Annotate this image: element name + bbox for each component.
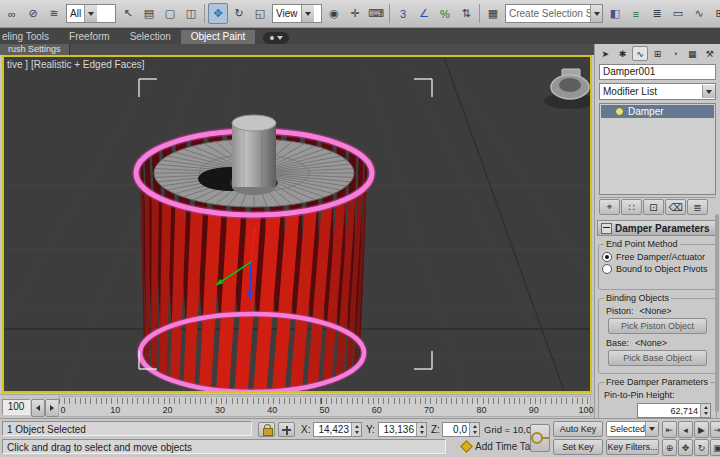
unlink-selection-icon[interactable]: ⊘ bbox=[23, 3, 43, 24]
select-and-move-icon[interactable]: ✥ bbox=[208, 3, 228, 24]
ribbon-tab-selection[interactable]: Selection bbox=[120, 30, 181, 44]
modifier-stack-item[interactable]: Damper bbox=[601, 105, 714, 118]
brush-settings-panel-tab[interactable]: rush Settings bbox=[0, 44, 70, 55]
panel-pointer-icon[interactable]: ➤ bbox=[597, 46, 613, 61]
make-unique-icon[interactable]: ⊡ bbox=[643, 199, 664, 215]
selection-filter-dropdown[interactable]: All bbox=[66, 4, 116, 23]
pin-to-pin-height-field[interactable]: 62,714 bbox=[637, 403, 711, 418]
angle-snap-icon[interactable]: ∠ bbox=[414, 3, 434, 24]
damper-object[interactable] bbox=[136, 115, 372, 391]
select-and-manipulate-icon[interactable]: ✛ bbox=[345, 3, 365, 24]
mirror-icon[interactable]: ◧ bbox=[605, 3, 625, 24]
timeline-ruler[interactable]: 0102030405060708090100 bbox=[58, 396, 591, 417]
curve-editor-icon[interactable]: ∿ bbox=[689, 3, 709, 24]
auto-key-button[interactable]: Auto Key bbox=[553, 421, 603, 437]
radio-option-1[interactable]: Bound to Object Pivots bbox=[602, 263, 713, 275]
toolbar-separator bbox=[479, 4, 480, 23]
chevron-down-icon bbox=[702, 85, 715, 98]
key-filters-button[interactable]: Key Filters... bbox=[606, 439, 659, 455]
configure-modifier-sets-icon[interactable]: ≣ bbox=[687, 199, 708, 215]
keyboard-override-icon[interactable]: ⌨ bbox=[366, 3, 386, 24]
set-keys-button[interactable] bbox=[530, 424, 550, 452]
select-and-link-icon[interactable]: ∞ bbox=[2, 3, 22, 24]
radio-option-0[interactable]: Free Damper/Actuator bbox=[602, 251, 713, 263]
pick-base-object-button[interactable]: Pick Base Object bbox=[608, 350, 707, 366]
spinner-arrows[interactable] bbox=[351, 423, 361, 436]
track-bar[interactable]: 100 0102030405060708090100 bbox=[0, 394, 593, 419]
rectangular-selection-region-icon[interactable]: ▢ bbox=[160, 3, 180, 24]
x-coordinate-field[interactable]: 14,423 bbox=[313, 422, 362, 437]
hierarchy-tab[interactable]: ⊞ bbox=[649, 46, 665, 61]
group-title: Free Damper Parameters bbox=[604, 377, 710, 387]
edit-named-selection-sets-icon[interactable]: ▦ bbox=[483, 3, 503, 24]
modifier-stack[interactable]: Damper bbox=[599, 103, 716, 195]
create-tab[interactable]: ✱ bbox=[614, 46, 630, 61]
view-navigation-widget[interactable] bbox=[544, 69, 590, 109]
pin-to-pin-height-value: 62,714 bbox=[638, 406, 700, 416]
spinner-snap-icon[interactable]: ⇅ bbox=[456, 3, 476, 24]
object-name-field[interactable]: Damper001 bbox=[599, 64, 716, 80]
damper-parameters-rollout-header[interactable]: Damper Parameters bbox=[597, 220, 718, 236]
orbit-icon[interactable]: ↻ bbox=[694, 439, 709, 456]
ribbon-tab-freeform[interactable]: Freeform bbox=[59, 30, 120, 44]
use-pivot-center-icon[interactable]: ◉ bbox=[324, 3, 344, 24]
viewport-3d-scene[interactable] bbox=[4, 57, 590, 391]
ribbon-tab-object-paint[interactable]: Object Paint bbox=[181, 30, 255, 44]
spinner-arrows[interactable] bbox=[416, 423, 426, 436]
ribbon-tab-eling-tools[interactable]: eling Tools bbox=[0, 30, 59, 44]
ribbon-minimize-button[interactable] bbox=[263, 32, 289, 44]
select-by-name-icon[interactable]: ▤ bbox=[139, 3, 159, 24]
utilities-tab[interactable]: ⚒ bbox=[702, 46, 718, 61]
reference-coordinate-dropdown[interactable]: View bbox=[272, 4, 322, 23]
spinner-arrows[interactable] bbox=[469, 423, 479, 436]
display-tab[interactable]: ▦ bbox=[684, 46, 700, 61]
select-object-icon[interactable]: ↖ bbox=[118, 3, 138, 24]
remove-modifier-icon[interactable]: ⌫ bbox=[665, 199, 686, 215]
play-icon[interactable]: ▶ bbox=[694, 421, 709, 438]
modify-tab[interactable]: ∿ bbox=[632, 46, 648, 61]
modifier-stack-toolbar: ⌖∷⊡⌫≣ bbox=[599, 197, 716, 215]
window-crossing-icon[interactable]: ◫ bbox=[181, 3, 201, 24]
maximize-viewport-icon[interactable]: ▣ bbox=[710, 439, 720, 456]
group-title: End Point Method bbox=[604, 239, 680, 249]
named-selection-set-value: Create Selection Se bbox=[506, 8, 590, 19]
panel-scrollbar[interactable] bbox=[715, 214, 719, 412]
named-selection-set-combo[interactable]: Create Selection Se bbox=[505, 4, 603, 23]
current-frame-field[interactable]: 100 bbox=[2, 399, 30, 415]
ribbon-toggle-icon[interactable]: ▭ bbox=[668, 3, 688, 24]
pan-icon[interactable]: ✥ bbox=[678, 439, 693, 456]
z-coordinate-field[interactable]: 0,0 bbox=[442, 422, 480, 437]
align-icon[interactable]: ≡ bbox=[626, 3, 646, 24]
pin-stack-icon[interactable]: ⌖ bbox=[599, 199, 620, 215]
previous-key-button[interactable] bbox=[31, 399, 45, 417]
y-coordinate-field[interactable]: 13,136 bbox=[378, 422, 427, 437]
layer-manager-icon[interactable]: ≣ bbox=[647, 3, 667, 24]
collapse-icon bbox=[601, 223, 612, 234]
zoom-icon[interactable]: ⊕ bbox=[662, 439, 677, 456]
add-time-tag[interactable]: Add Time Tag bbox=[462, 441, 536, 452]
show-end-result-icon[interactable]: ∷ bbox=[621, 199, 642, 215]
percent-snap-icon[interactable]: % bbox=[435, 3, 455, 24]
perspective-viewport[interactable]: tive ] [Realistic + Edged Faces] bbox=[2, 55, 592, 393]
bind-to-spacewarp-icon[interactable]: ≋ bbox=[44, 3, 64, 24]
modifier-enable-icon[interactable] bbox=[615, 107, 624, 116]
key-mode-dropdown[interactable]: Selected bbox=[606, 421, 659, 437]
snap-tools-group: ◉✛⌨3∠%⇅▦ bbox=[324, 3, 503, 24]
select-and-scale-icon[interactable]: ◱ bbox=[250, 3, 270, 24]
motion-tab[interactable]: ◔ bbox=[667, 46, 683, 61]
modifier-list-dropdown[interactable]: Modifier List bbox=[599, 83, 716, 100]
pick-piston-object-button[interactable]: Pick Piston Object bbox=[608, 318, 707, 334]
viewport-label[interactable]: tive ] [Realistic + Edged Faces] bbox=[7, 59, 145, 70]
select-and-rotate-icon[interactable]: ↻ bbox=[229, 3, 249, 24]
go-to-start-icon[interactable]: ⇤ bbox=[662, 421, 677, 438]
spinner-arrows[interactable] bbox=[700, 404, 710, 417]
snaps-toggle-icon[interactable]: 3 bbox=[393, 3, 413, 24]
selection-lock-icon[interactable] bbox=[258, 422, 275, 437]
schematic-view-icon[interactable]: ⊞ bbox=[710, 3, 720, 24]
radio-icon bbox=[602, 264, 612, 274]
go-to-end-icon[interactable]: ⇥ bbox=[710, 421, 720, 438]
set-key-button[interactable]: Set Key bbox=[553, 439, 603, 455]
previous-frame-icon[interactable]: ◂ bbox=[678, 421, 693, 438]
next-key-button[interactable] bbox=[45, 399, 59, 417]
absolute-offset-toggle-icon[interactable] bbox=[278, 422, 295, 437]
